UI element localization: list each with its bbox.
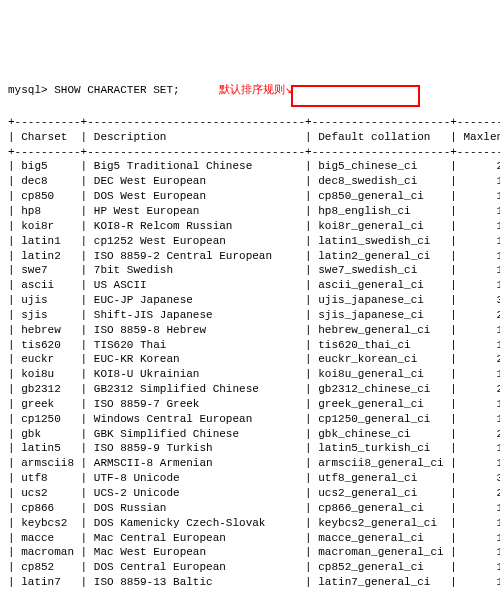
annotation-text: 默认排序规则 [219,83,285,95]
prompt-line: mysql> SHOW CHARACTER SET; 默认排序规则↘ [8,82,500,98]
sql-prompt: mysql> SHOW CHARACTER SET; [8,84,180,96]
result-table: +----------+----------------------------… [8,115,500,589]
highlight-box [291,85,420,107]
terminal-output: mysql> SHOW CHARACTER SET; 默认排序规则↘ +----… [8,67,500,589]
